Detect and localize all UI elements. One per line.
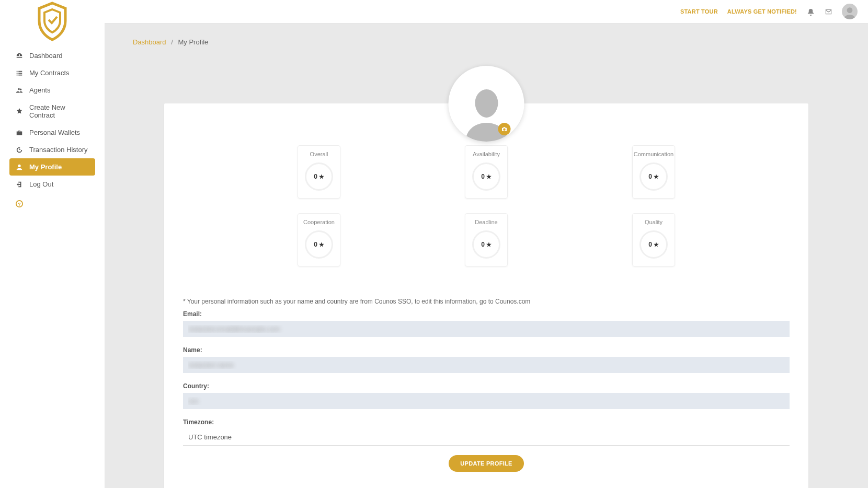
- email-label: Email:: [183, 310, 790, 318]
- rating-value: 0★: [305, 230, 333, 259]
- nav-label: Create New Contract: [29, 103, 89, 119]
- breadcrumb-dashboard-link[interactable]: Dashboard: [133, 38, 166, 46]
- star-icon: ★: [654, 173, 659, 180]
- nav-label: Dashboard: [29, 52, 63, 60]
- notify-link[interactable]: ALWAYS GET NOTIFIED!: [727, 8, 797, 15]
- bell-icon[interactable]: [806, 7, 815, 16]
- users-icon: [16, 87, 23, 94]
- sidebar-item-dashboard[interactable]: Dashboard: [9, 47, 95, 64]
- rating-label: Overall: [310, 151, 328, 157]
- main: START TOUR ALWAYS GET NOTIFIED! Dashboar…: [105, 0, 868, 488]
- nav-label: Personal Wallets: [29, 129, 80, 136]
- user-icon: [16, 164, 23, 171]
- country-label: Country:: [183, 382, 790, 390]
- timezone-field[interactable]: [183, 429, 790, 446]
- rating-value: 0★: [305, 162, 333, 191]
- country-field: [183, 393, 790, 409]
- update-profile-button[interactable]: UPDATE PROFILE: [449, 455, 523, 472]
- star-icon: [16, 108, 23, 115]
- nav-label: My Profile: [29, 163, 62, 171]
- star-icon: ★: [486, 241, 492, 248]
- star-icon: ★: [319, 241, 324, 248]
- sidebar-item-history[interactable]: Transaction History: [9, 141, 95, 158]
- start-tour-link[interactable]: START TOUR: [680, 8, 718, 15]
- rating-value: 0★: [472, 162, 500, 191]
- rating-overall: Overall 0★: [298, 145, 340, 199]
- sidebar-item-logout[interactable]: Log Out: [9, 176, 95, 193]
- sso-info-note: * Your personal information such as your…: [183, 298, 790, 305]
- timezone-label: Timezone:: [183, 419, 790, 426]
- star-icon: ★: [319, 173, 324, 180]
- nav-label: Transaction History: [29, 146, 88, 154]
- nav-list: Dashboard My Contracts Agents Create New…: [0, 47, 105, 193]
- nav-label: My Contracts: [29, 69, 70, 77]
- rating-label: Deadline: [475, 219, 497, 225]
- rating-value: 0★: [639, 230, 668, 259]
- change-photo-button[interactable]: [498, 123, 510, 135]
- sidebar-item-contracts[interactable]: My Contracts: [9, 64, 95, 82]
- rating-cooperation: Cooperation 0★: [298, 213, 340, 266]
- avatar[interactable]: [842, 4, 858, 19]
- rating-deadline: Deadline 0★: [465, 213, 508, 266]
- sidebar-item-agents[interactable]: Agents: [9, 82, 95, 99]
- rating-value: 0★: [472, 230, 500, 259]
- rating-label: Communication: [634, 151, 673, 157]
- history-icon: [16, 146, 23, 154]
- topbar: START TOUR ALWAYS GET NOTIFIED!: [105, 0, 868, 24]
- rating-label: Quality: [645, 219, 663, 225]
- logo: [0, 0, 105, 47]
- logo-shield-icon: [34, 0, 71, 42]
- rating-value: 0★: [639, 162, 668, 191]
- dashboard-icon: [16, 52, 23, 60]
- star-icon: ★: [486, 173, 492, 180]
- sidebar: Dashboard My Contracts Agents Create New…: [0, 0, 105, 488]
- breadcrumb-sep: /: [171, 38, 173, 46]
- name-label: Name:: [183, 346, 790, 354]
- breadcrumb: Dashboard / My Profile: [105, 24, 868, 46]
- list-icon: [16, 69, 23, 77]
- svg-text:?: ?: [18, 202, 20, 207]
- ratings-grid: Overall 0★ Availability 0★ Communication…: [183, 145, 790, 287]
- logout-icon: [16, 181, 23, 188]
- name-field: [183, 357, 790, 373]
- mail-icon[interactable]: [824, 7, 832, 16]
- rating-availability: Availability 0★: [465, 145, 508, 199]
- rating-label: Availability: [473, 151, 500, 157]
- star-icon: ★: [654, 241, 659, 248]
- profile-card: Overall 0★ Availability 0★ Communication…: [164, 103, 808, 488]
- camera-icon: [501, 126, 507, 132]
- sidebar-item-profile[interactable]: My Profile: [9, 158, 95, 176]
- sidebar-item-create-contract[interactable]: Create New Contract: [9, 99, 95, 124]
- breadcrumb-current: My Profile: [178, 38, 208, 46]
- nav-label: Log Out: [29, 180, 53, 188]
- sidebar-item-wallets[interactable]: Personal Wallets: [9, 124, 95, 141]
- profile-picture: [449, 66, 524, 142]
- help-icon[interactable]: ?: [0, 193, 105, 216]
- rating-communication: Communication 0★: [632, 145, 675, 199]
- nav-label: Agents: [29, 86, 50, 94]
- rating-quality: Quality 0★: [632, 213, 675, 266]
- briefcase-icon: [16, 129, 23, 136]
- rating-label: Cooperation: [303, 219, 335, 225]
- email-field: [183, 321, 790, 337]
